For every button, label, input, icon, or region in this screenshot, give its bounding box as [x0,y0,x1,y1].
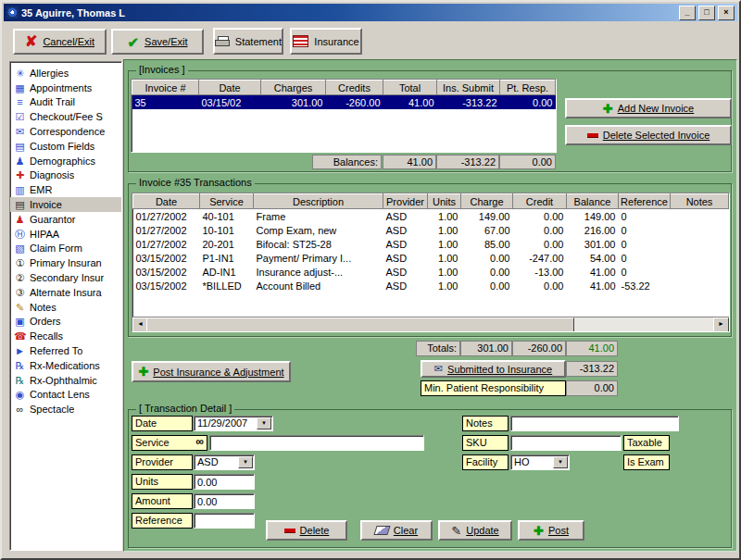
table-row[interactable]: 01/27/200220-201Bifocal: ST25-28ASD1.008… [133,237,729,251]
service-search-icon[interactable]: ∞ [195,436,204,447]
sidebar-item-recalls[interactable]: ☎Recalls [10,329,121,343]
sidebar-item-secondary-insur[interactable]: ②Secondary Insur [10,270,121,285]
submitted-to-insurance-button[interactable]: ✉ Submitted to Insurance [421,360,566,378]
audit-trail-icon: ≡ [14,96,26,107]
taxable-toggle[interactable]: Taxable [623,435,670,451]
cancel-exit-button[interactable]: ✘ Cancel/Exit [13,29,107,55]
table-cell: Comp Exam, new [254,223,383,237]
sidebar-item-referred-to[interactable]: ►Referred To [10,343,121,358]
service-input[interactable] [209,435,424,451]
hscrollbar-thumb[interactable] [146,317,574,332]
table-cell: ASD [383,265,428,279]
table-cell: -53.22 [619,279,671,292]
provider-combobox[interactable]: ASD ▼ [194,454,255,470]
statement-button[interactable]: Statement [213,28,283,55]
table-row[interactable]: 03/15/2002P1-IN1Payment/ Primary I...ASD… [133,251,729,265]
clear-button[interactable]: Clear [360,520,433,541]
column-header[interactable]: Date [133,194,200,209]
sidebar-item-custom-fields[interactable]: ▤Custom Fields [10,139,121,154]
column-header[interactable]: Total [383,81,437,95]
units-input[interactable] [194,474,255,490]
table-row[interactable]: 01/27/200210-101Comp Exam, newASD1.0067.… [133,223,729,237]
table-row[interactable]: 03/15/2002*BILLEDAccount BilledASD1.000.… [133,279,729,292]
table-cell: 0 [619,223,671,237]
sidebar-item-label: Rx-Ophthalmic [30,375,97,386]
chevron-down-icon[interactable]: ▼ [553,456,568,468]
post-insurance-adjustment-button[interactable]: ✚ Post Insurance & Adjustment [132,361,291,382]
chevron-down-icon[interactable]: ▼ [238,456,253,468]
sidebar-item-hipaa[interactable]: ⒽHIPAA [10,227,121,242]
column-header[interactable]: Credits [326,81,383,95]
sidebar-item-correspondence[interactable]: ✉Correspondence [10,124,121,139]
column-header[interactable]: Units [428,194,461,209]
delete-selected-invoice-button[interactable]: Delete Selected Invoice [565,125,732,145]
table-cell: 1.00 [428,223,461,237]
application-window: 35 Aguirre, Thomas L _ □ × ✘ Cancel/Exit… [0,0,741,560]
column-header[interactable]: Invoice # [132,81,199,95]
sidebar-item-label: Audit Trail [30,96,75,107]
sidebar-item-primary-insuran[interactable]: ①Primary Insuran [10,255,121,270]
notes-input[interactable] [510,416,679,431]
sidebar-item-label: Orders [30,316,61,327]
chevron-down-icon[interactable]: ▼ [257,417,271,429]
column-header[interactable]: Date [199,81,261,95]
facility-combobox[interactable]: HO ▼ [510,454,570,470]
sidebar-item-emr[interactable]: ▥EMR [10,182,121,197]
sidebar-item-invoice[interactable]: ▤Invoice [10,197,121,212]
sidebar-item-allergies[interactable]: ✳Allergies [10,66,121,81]
sidebar-item-checkout-fee-s[interactable]: ☑Checkout/Fee S [10,109,121,124]
sidebar-item-notes[interactable]: ✎Notes [10,300,121,315]
sidebar-item-rx-medications[interactable]: ℞Rx-Medications [10,358,121,373]
close-icon[interactable]: × [718,6,735,20]
sidebar-item-audit-trail[interactable]: ≡Audit Trail [10,95,121,110]
column-header[interactable]: Pt. Resp. [500,81,556,95]
red-minus-icon [587,133,598,138]
column-header[interactable]: Charge [461,194,513,209]
table-cell: 0.00 [513,209,567,224]
column-header[interactable]: Provider [383,194,428,209]
column-header[interactable]: Reference [619,194,671,209]
sidebar-item-diagnosis[interactable]: ✚Diagnosis [10,168,121,183]
sidebar-item-orders[interactable]: ▣Orders [10,315,121,330]
sidebar-item-spectacle[interactable]: ∞Spectacle [10,402,121,417]
table-cell: 01/27/2002 [133,223,200,237]
delete-button[interactable]: Delete [266,520,347,541]
column-header[interactable]: Service [200,194,254,209]
sku-input[interactable] [510,435,622,451]
sidebar-item-contact-lens[interactable]: ◉Contact Lens [10,388,121,403]
column-header[interactable]: Balance [567,194,619,209]
minimize-icon[interactable]: _ [679,6,696,20]
table-row[interactable]: 3503/15/02301.00-260.0041.00-313.220.00 [132,95,556,110]
post-insurance-adjustment-label: Post Insurance & Adjustment [153,367,283,378]
amount-input[interactable] [194,493,255,509]
is-exam-toggle[interactable]: Is Exam [623,454,670,470]
table-row[interactable]: 01/27/200240-101FrameASD1.00149.000.0014… [133,209,729,224]
column-header[interactable]: Ins. Submit [437,81,500,95]
sidebar-list: ✳Allergies▦Appointments≡Audit Trail☑Chec… [10,66,121,417]
insurance-card-icon [293,35,308,47]
column-header[interactable]: Credit [513,194,567,209]
table-cell: ASD [383,209,428,224]
table-cell: -313.22 [437,95,500,110]
sidebar-item-guarantor[interactable]: ♟Guarantor [10,212,121,227]
table-cell: 01/27/2002 [133,209,200,224]
sidebar-item-appointments[interactable]: ▦Appointments [10,81,121,95]
scroll-right-icon[interactable]: ► [713,317,729,332]
transactions-table: DateServiceDescriptionProviderUnitsCharg… [132,193,730,332]
sidebar-item-alternate-insura[interactable]: ③Alternate Insura [10,285,121,300]
column-header[interactable]: Description [254,194,383,209]
sidebar-item-rx-ophthalmic[interactable]: ℞Rx-Ophthalmic [10,373,121,388]
column-header[interactable]: Notes [671,194,729,209]
update-button[interactable]: ✎ Update [438,520,512,541]
column-header[interactable]: Charges [261,81,326,95]
reference-input[interactable] [194,513,255,529]
sidebar-item-claim-form[interactable]: ▧Claim Form [10,242,121,256]
sidebar-item-demographics[interactable]: ♟Demographics [10,154,121,168]
post-button[interactable]: ✚ Post [518,520,584,541]
add-new-invoice-button[interactable]: ✚ Add New Invoice [565,98,732,118]
insurance-button[interactable]: Insurance [290,28,362,55]
date-combobox[interactable]: 11/29/2007 ▼ [194,416,273,431]
table-row[interactable]: 03/15/2002AD-IN1Insurance adjust-...ASD1… [133,265,729,279]
save-exit-button[interactable]: ✔ Save/Exit [111,29,204,55]
maximize-icon[interactable]: □ [698,6,715,20]
